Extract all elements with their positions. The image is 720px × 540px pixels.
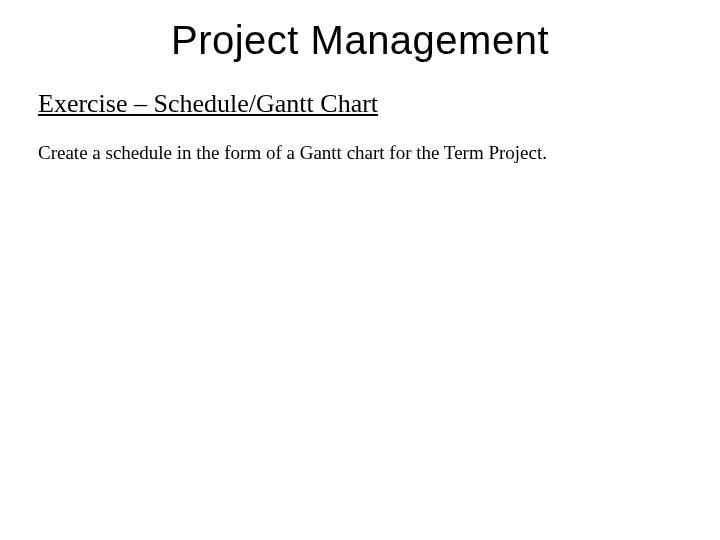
- slide-subtitle: Exercise – Schedule/Gantt Chart: [38, 89, 682, 119]
- slide-container: Project Management Exercise – Schedule/G…: [0, 0, 720, 166]
- slide-body-text: Create a schedule in the form of a Gantt…: [38, 141, 682, 166]
- slide-title: Project Management: [38, 18, 682, 63]
